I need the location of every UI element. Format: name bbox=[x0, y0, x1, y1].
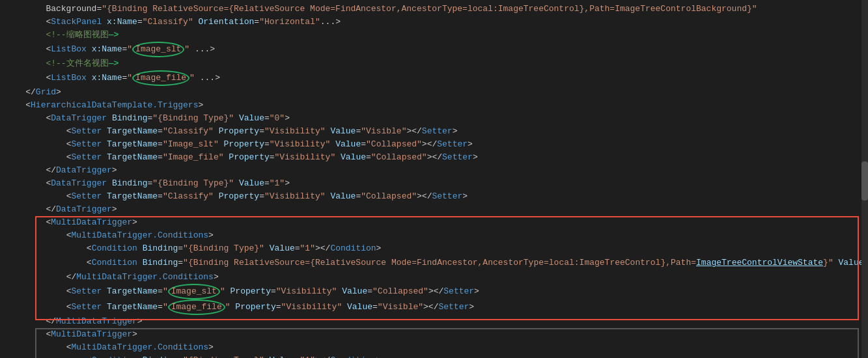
code-line-3: <!--缩略图视图—> bbox=[0, 29, 868, 42]
scrollbar[interactable] bbox=[861, 0, 868, 358]
red-box-section: <MultiDataTrigger> <MultiDataTrigger.Con… bbox=[0, 216, 868, 328]
code-line-1: Background="{Binding RelativeSource={Rel… bbox=[0, 3, 868, 16]
code-line-24: </MultiDataTrigger> bbox=[0, 315, 868, 328]
code-line-27: <Condition Binding="{Binding Type}" Valu… bbox=[0, 354, 868, 358]
code-editor: Background="{Binding RelativeSource={Rel… bbox=[0, 0, 868, 358]
code-line-14: <DataTrigger Binding="{Binding Type}" Va… bbox=[0, 177, 868, 190]
dark-box-section: <MultiDataTrigger> <MultiDataTrigger.Con… bbox=[0, 328, 868, 358]
code-line-9: <DataTrigger Binding="{Binding Type}" Va… bbox=[0, 112, 868, 125]
code-line-13: </DataTrigger> bbox=[0, 164, 868, 177]
code-line-11: <Setter TargetName="Image_slt" Property=… bbox=[0, 138, 868, 151]
code-line-15: <Setter TargetName="Classify" Property="… bbox=[0, 190, 868, 203]
code-line-19: <Condition Binding="{Binding Type}" Valu… bbox=[0, 242, 868, 255]
code-line-20: <Condition Binding="{Binding RelativeSou… bbox=[0, 255, 868, 271]
scrollbar-thumb[interactable] bbox=[861, 161, 868, 200]
code-line-17: <MultiDataTrigger> bbox=[0, 216, 868, 229]
code-line-18: <MultiDataTrigger.Conditions> bbox=[0, 229, 868, 242]
code-line-22: <Setter TargetName="Image_slt" Property=… bbox=[0, 284, 868, 299]
code-line-8: <HierarchicalDataTemplate.Triggers> bbox=[0, 99, 868, 112]
code-line-5: <!--文件名视图—> bbox=[0, 57, 868, 70]
code-line-6: <ListBox x:Name="Image_file" ...> bbox=[0, 70, 868, 86]
code-line-16: </DataTrigger> bbox=[0, 203, 868, 216]
code-line-21: </MultiDataTrigger.Conditions> bbox=[0, 271, 868, 284]
code-line-10: <Setter TargetName="Classify" Property="… bbox=[0, 125, 868, 138]
code-line-4: <ListBox x:Name="Image_slt" ...> bbox=[0, 42, 868, 57]
code-line-7: </Grid> bbox=[0, 86, 868, 99]
code-line-26: <MultiDataTrigger.Conditions> bbox=[0, 341, 868, 354]
code-line-12: <Setter TargetName="Image_file" Property… bbox=[0, 151, 868, 164]
code-line-23: <Setter TargetName="Image_file" Property… bbox=[0, 299, 868, 315]
code-line-2: <StackPanel x:Name="Classify" Orientatio… bbox=[0, 16, 868, 29]
code-line-25: <MultiDataTrigger> bbox=[0, 328, 868, 341]
